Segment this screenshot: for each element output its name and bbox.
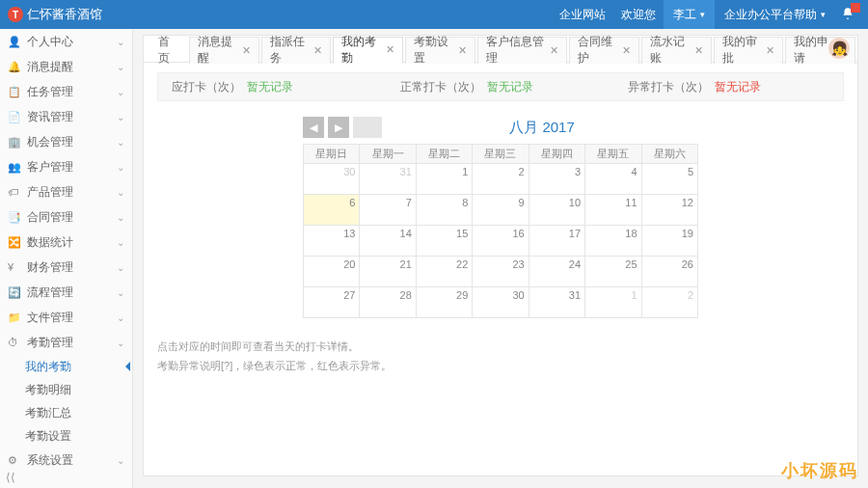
calendar-day[interactable]: 7 bbox=[360, 195, 416, 226]
close-icon[interactable]: ✕ bbox=[766, 44, 774, 57]
calendar-day[interactable]: 26 bbox=[641, 257, 697, 287]
weekday-header: 星期三 bbox=[473, 145, 529, 164]
tab[interactable]: 我的考勤✕ bbox=[333, 37, 403, 64]
calendar-day[interactable]: 10 bbox=[529, 195, 584, 226]
close-icon[interactable]: ✕ bbox=[694, 44, 703, 57]
sidebar-item[interactable]: ⏱考勤管理⌄ bbox=[0, 330, 132, 355]
sidebar-icon: 📄 bbox=[8, 111, 21, 123]
sidebar-item-label: 系统设置 bbox=[27, 452, 73, 469]
tab[interactable]: 指派任务✕ bbox=[261, 37, 332, 64]
calendar-day[interactable]: 13 bbox=[304, 226, 360, 257]
calendar-day[interactable]: 21 bbox=[360, 257, 416, 287]
calendar-day[interactable]: 1 bbox=[585, 287, 641, 318]
calendar-day[interactable]: 20 bbox=[304, 257, 360, 287]
sidebar-item[interactable]: 📄资讯管理⌄ bbox=[0, 104, 132, 129]
sidebar-item[interactable]: ⚙系统设置⌄ bbox=[0, 447, 132, 473]
calendar-day[interactable]: 11 bbox=[585, 195, 641, 226]
sidebar-item[interactable]: 🔀数据统计⌄ bbox=[0, 230, 132, 255]
calendar-day[interactable]: 29 bbox=[416, 287, 472, 318]
sidebar-item[interactable]: 👤个人中心⌄ bbox=[0, 29, 132, 54]
chevron-down-icon: ⌄ bbox=[117, 455, 124, 466]
calendar-day[interactable]: 18 bbox=[585, 226, 641, 257]
sidebar-sub-item[interactable]: 考勤汇总 bbox=[0, 401, 132, 424]
calendar-day[interactable]: 30 bbox=[473, 287, 529, 318]
calendar-day[interactable]: 1 bbox=[416, 164, 472, 195]
sidebar-icon: 📑 bbox=[8, 211, 21, 224]
sidebar-sub-item[interactable]: 考勤设置 bbox=[0, 424, 132, 447]
close-icon[interactable]: ✕ bbox=[386, 43, 394, 56]
chevron-down-icon: ▾ bbox=[821, 10, 826, 19]
tab-bar: 首页消息提醒✕指派任务✕我的考勤✕考勤设置✕客户信息管理✕合同维护✕流水记账✕我… bbox=[143, 35, 858, 62]
sidebar-item[interactable]: 📁文件管理⌄ bbox=[0, 305, 132, 330]
header-link-site[interactable]: 企业网站 bbox=[559, 7, 606, 23]
calendar-day[interactable]: 19 bbox=[641, 226, 697, 257]
calendar-day[interactable]: 30 bbox=[304, 164, 360, 195]
calendar-day[interactable]: 8 bbox=[416, 195, 472, 226]
sidebar-item-label: 产品管理 bbox=[27, 184, 73, 201]
calendar-day[interactable]: 25 bbox=[585, 257, 641, 287]
notification-icon[interactable] bbox=[841, 7, 854, 23]
close-icon[interactable]: ✕ bbox=[458, 44, 467, 57]
notification-badge bbox=[851, 3, 860, 13]
sidebar-icon: 👤 bbox=[8, 36, 21, 48]
chevron-down-icon: ⌄ bbox=[117, 37, 124, 47]
sidebar-item[interactable]: 👥客户管理⌄ bbox=[0, 154, 132, 179]
calendar-day[interactable]: 12 bbox=[641, 195, 697, 226]
chevron-down-icon: ▾ bbox=[700, 10, 705, 19]
sidebar-item[interactable]: 🏷产品管理⌄ bbox=[0, 179, 132, 204]
calendar-day[interactable]: 6 bbox=[304, 195, 360, 226]
calendar-day[interactable]: 2 bbox=[641, 287, 697, 318]
sidebar-sub-item[interactable]: 考勤明细 bbox=[0, 378, 132, 401]
tab[interactable]: 消息提醒✕ bbox=[189, 37, 259, 64]
tab[interactable]: 合同维护✕ bbox=[569, 37, 639, 64]
sidebar-item[interactable]: 🔄流程管理⌄ bbox=[0, 280, 132, 305]
close-icon[interactable]: ✕ bbox=[622, 44, 631, 57]
header-help-menu[interactable]: 企业办公平台帮助▾ bbox=[715, 0, 835, 29]
calendar-day[interactable]: 27 bbox=[304, 287, 360, 318]
sidebar-item-label: 客户管理 bbox=[27, 159, 73, 176]
collapse-sidebar-icon[interactable]: ⟨⟨ bbox=[6, 471, 15, 484]
calendar-day[interactable]: 31 bbox=[529, 287, 584, 318]
header-user-menu[interactable]: 李工▾ bbox=[664, 0, 715, 29]
prev-month-button[interactable]: ◀ bbox=[303, 117, 324, 138]
sidebar-item[interactable]: 📋任务管理⌄ bbox=[0, 79, 132, 104]
sidebar-sub-item[interactable]: 我的考勤 bbox=[0, 355, 132, 378]
today-button[interactable] bbox=[353, 117, 382, 138]
close-icon[interactable]: ✕ bbox=[242, 44, 251, 57]
sidebar-item-label: 流程管理 bbox=[27, 285, 73, 301]
tab-label: 我的审批 bbox=[722, 34, 761, 67]
avatar[interactable]: 👧 bbox=[828, 38, 850, 59]
calendar-day[interactable]: 23 bbox=[473, 257, 529, 287]
next-month-button[interactable]: ▶ bbox=[328, 117, 349, 138]
calendar-day[interactable]: 15 bbox=[416, 226, 472, 257]
calendar-day[interactable]: 31 bbox=[360, 164, 416, 195]
calendar-day[interactable]: 5 bbox=[641, 164, 697, 195]
note-line: 点击对应的时间即可查看当天的打卡详情。 bbox=[157, 338, 844, 357]
calendar-day[interactable]: 9 bbox=[473, 195, 529, 226]
tab[interactable]: 客户信息管理✕ bbox=[477, 37, 568, 64]
calendar-day[interactable]: 2 bbox=[473, 164, 529, 195]
sidebar-item-label: 机会管理 bbox=[27, 134, 73, 150]
tab[interactable]: 首页 bbox=[149, 37, 187, 64]
chevron-down-icon: ⌄ bbox=[117, 212, 124, 223]
calendar-day[interactable]: 16 bbox=[473, 226, 529, 257]
calendar-day[interactable]: 14 bbox=[360, 226, 416, 257]
calendar-day[interactable]: 4 bbox=[585, 164, 641, 195]
tab-label: 我的申请 bbox=[794, 34, 832, 67]
calendar-day[interactable]: 17 bbox=[529, 226, 584, 257]
tab-label: 我的考勤 bbox=[341, 34, 380, 67]
calendar-day[interactable]: 22 bbox=[416, 257, 472, 287]
calendar-day[interactable]: 28 bbox=[360, 287, 416, 318]
close-icon[interactable]: ✕ bbox=[550, 44, 558, 57]
sidebar-item[interactable]: ¥财务管理⌄ bbox=[0, 255, 132, 280]
tab[interactable]: 我的审批✕ bbox=[714, 37, 784, 64]
sidebar-item[interactable]: 📑合同管理⌄ bbox=[0, 204, 132, 230]
tab[interactable]: 流水记账✕ bbox=[641, 37, 712, 64]
close-icon[interactable]: ✕ bbox=[313, 44, 322, 57]
header-link-welcome: 欢迎您 bbox=[621, 7, 656, 23]
tab[interactable]: 考勤设置✕ bbox=[405, 37, 475, 64]
calendar-day[interactable]: 24 bbox=[529, 257, 584, 287]
calendar-day[interactable]: 3 bbox=[529, 164, 584, 195]
sidebar-item[interactable]: 🏢机会管理⌄ bbox=[0, 129, 132, 154]
sidebar-item[interactable]: 🔔消息提醒⌄ bbox=[0, 54, 132, 79]
